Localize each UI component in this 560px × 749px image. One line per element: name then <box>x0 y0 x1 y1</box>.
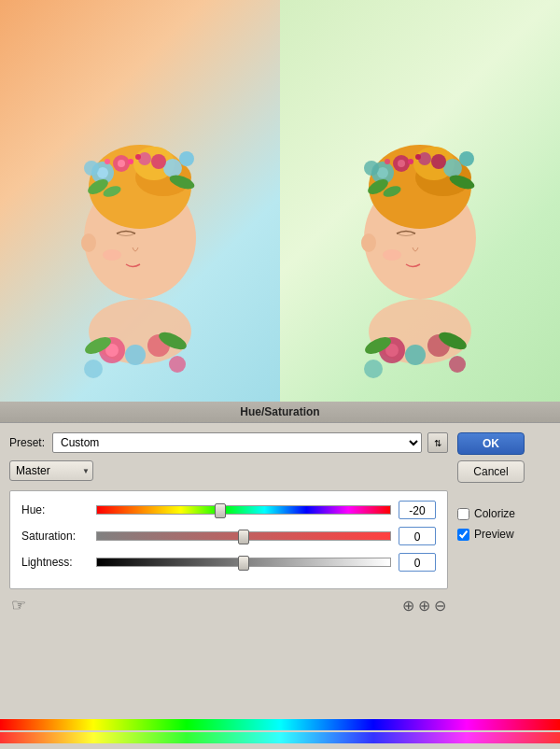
lightness-row: Lightness: 0 <box>21 553 436 572</box>
svg-point-24 <box>125 345 146 365</box>
saturation-label: Saturation: <box>21 530 89 543</box>
preset-label: Preset: <box>9 436 47 449</box>
svg-point-44 <box>431 154 446 169</box>
preset-select[interactable]: CustomDefaultCyanotypeIncrease Saturatio… <box>52 432 422 453</box>
hue-saturation-dialog: Hue/Saturation Preset: CustomDefaultCyan… <box>0 402 560 749</box>
colorize-checkbox[interactable] <box>457 508 469 520</box>
ok-button[interactable]: OK <box>457 432 525 455</box>
hue-label: Hue: <box>21 503 89 516</box>
lightness-label: Lightness: <box>21 556 89 569</box>
saturation-row: Saturation: 0 <box>21 527 436 545</box>
hue-track-wrapper <box>96 502 391 518</box>
colorize-row: Colorize <box>457 507 551 520</box>
right-panel: OK Cancel Colorize Preview <box>457 432 551 617</box>
lightness-thumb[interactable] <box>238 556 249 571</box>
eyedropper-icon[interactable]: ⊕ <box>418 597 430 615</box>
preview-checkbox[interactable] <box>457 529 469 541</box>
hue-row: Hue: -20 <box>21 501 436 519</box>
svg-point-9 <box>84 161 99 176</box>
svg-point-51 <box>385 159 390 164</box>
icons-row: ☞ ⊕ ⊕ ⊖ <box>9 589 448 617</box>
svg-point-29 <box>169 356 186 373</box>
svg-point-41 <box>459 151 474 166</box>
dialog-title: Hue/Saturation <box>240 405 319 418</box>
spectrum-bottom-bar <box>0 732 560 743</box>
channel-row: MasterRedsYellowsGreensCyansBluesMagenta… <box>9 460 448 481</box>
lightness-value[interactable]: 0 <box>399 553 436 572</box>
image-before <box>0 0 280 402</box>
preset-select-wrapper: CustomDefaultCyanotypeIncrease Saturatio… <box>52 432 422 453</box>
hue-value[interactable]: -20 <box>399 501 436 519</box>
saturation-thumb[interactable] <box>238 530 249 544</box>
svg-point-14 <box>151 154 166 169</box>
finger-tool-icon[interactable]: ☞ <box>11 595 26 615</box>
svg-point-39 <box>364 161 379 176</box>
left-panel: Preset: CustomDefaultCyanotypeIncrease S… <box>9 432 448 617</box>
lightness-track[interactable] <box>96 558 391 567</box>
saturation-track[interactable] <box>96 531 391 541</box>
svg-point-58 <box>364 360 383 378</box>
eyedropper-icons-group: ⊕ ⊕ ⊖ <box>402 597 446 615</box>
dialog-titlebar: Hue/Saturation <box>0 402 560 423</box>
channel-select-wrapper: MasterRedsYellowsGreensCyansBluesMagenta… <box>9 460 93 481</box>
svg-point-49 <box>408 159 413 164</box>
svg-point-20 <box>135 154 141 160</box>
image-after <box>280 0 560 402</box>
svg-point-6 <box>103 249 121 261</box>
svg-point-13 <box>118 160 125 167</box>
svg-point-54 <box>405 345 426 365</box>
hue-thumb[interactable] <box>215 503 226 518</box>
svg-point-59 <box>449 356 466 373</box>
cancel-button[interactable]: Cancel <box>457 460 525 483</box>
spectrum-bars <box>0 719 560 749</box>
svg-point-19 <box>128 159 133 164</box>
svg-point-36 <box>383 249 401 261</box>
lightness-track-wrapper <box>96 554 391 571</box>
channel-select[interactable]: MasterRedsYellowsGreensCyansBluesMagenta… <box>9 460 93 481</box>
svg-point-5 <box>81 233 96 252</box>
svg-point-50 <box>415 154 421 160</box>
saturation-value[interactable]: 0 <box>399 527 436 545</box>
dialog-body: Preset: CustomDefaultCyanotypeIncrease S… <box>0 423 560 627</box>
svg-point-21 <box>105 159 110 164</box>
svg-point-28 <box>84 360 103 378</box>
preset-row: Preset: CustomDefaultCyanotypeIncrease S… <box>9 432 448 453</box>
svg-point-35 <box>361 233 376 252</box>
saturation-track-wrapper <box>96 528 391 544</box>
image-area <box>0 0 560 402</box>
spectrum-top-bar <box>0 719 560 730</box>
eyedropper-add-icon[interactable]: ⊕ <box>402 597 414 615</box>
svg-point-43 <box>398 160 405 167</box>
preview-row: Preview <box>457 528 551 541</box>
hue-track[interactable] <box>96 505 391 515</box>
preset-arrows-button[interactable]: ⇅ <box>427 432 448 453</box>
preview-label[interactable]: Preview <box>474 528 514 541</box>
sliders-panel: Hue: -20 Saturation: <box>9 490 448 589</box>
svg-point-11 <box>179 151 194 166</box>
colorize-label[interactable]: Colorize <box>474 507 515 520</box>
eyedropper-subtract-icon[interactable]: ⊖ <box>434 597 446 615</box>
